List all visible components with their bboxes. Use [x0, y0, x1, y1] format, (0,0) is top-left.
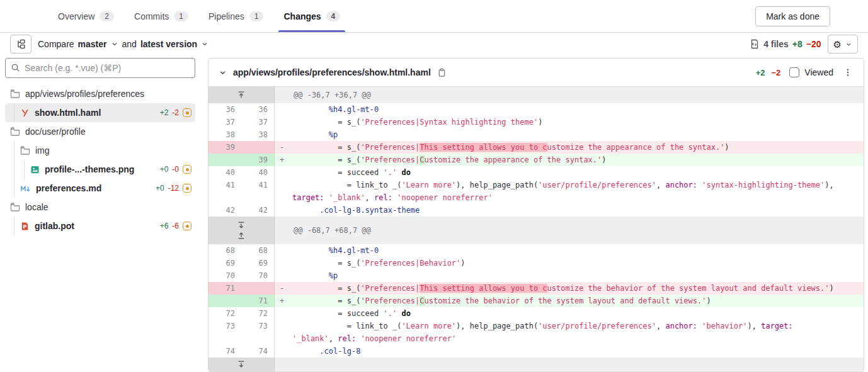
new-line-number[interactable]: 68	[241, 244, 274, 257]
old-line-number[interactable]: 37	[208, 116, 241, 128]
added-count: +0	[156, 184, 164, 193]
old-line-number[interactable]: 74	[208, 345, 241, 358]
collapse-file-chevron-down-icon[interactable]	[219, 69, 227, 77]
modified-badge-icon	[183, 222, 191, 230]
tab-label: Pipelines	[208, 11, 244, 21]
code-text: = s_('Preferences|Behavior')	[292, 257, 465, 269]
new-line-number[interactable]: 38	[241, 128, 274, 141]
old-line-number[interactable]: 42	[208, 204, 241, 217]
tab-count-badge: 4	[326, 11, 341, 21]
tree-folder-doc-user-profile[interactable]: doc/user/profile	[5, 122, 195, 141]
lines-added-count: +8	[792, 39, 802, 49]
file-change-stats: +0-0	[160, 165, 191, 174]
tab-commits[interactable]: Commits1	[127, 0, 196, 32]
diff-gutter: 39	[208, 141, 275, 154]
folder-icon	[20, 145, 30, 155]
file-options-kebab-icon[interactable]	[842, 67, 854, 77]
tab-overview[interactable]: Overview2	[50, 0, 122, 32]
diff-line-row: 39- = s_('Preferences|This setting allow…	[208, 141, 864, 154]
code-text: = s_('Preferences|This setting allows yo…	[292, 141, 729, 154]
tab-label: Changes	[283, 11, 321, 21]
file-tree-icon	[16, 39, 26, 49]
line-type-marker	[280, 103, 292, 116]
mr-tab-bar: Overview2Commits1Pipelines1Changes4 Mark…	[0, 0, 868, 33]
mark-as-done-button[interactable]: Mark as done	[755, 6, 830, 26]
new-line-number[interactable]: 74	[241, 345, 274, 358]
old-line-number[interactable]: 69	[208, 257, 241, 269]
copy-path-icon[interactable]	[437, 68, 447, 77]
viewed-toggle[interactable]: Viewed	[789, 67, 833, 77]
tree-file-gitlab-pot[interactable]: Pgitlab.pot+6-6	[5, 217, 195, 235]
line-type-marker	[280, 257, 292, 269]
removed-count: -6	[172, 222, 179, 230]
new-line-number[interactable]: 41	[241, 179, 274, 204]
old-line-number[interactable]: 71	[208, 282, 241, 295]
diff-gutter: 3737	[208, 116, 275, 128]
old-line-number[interactable]	[208, 295, 241, 307]
new-line-number[interactable]: 71	[241, 295, 274, 307]
tab-label: Overview	[58, 11, 94, 21]
tree-folder-img[interactable]: img	[5, 141, 195, 160]
new-line-number[interactable]: 37	[241, 116, 274, 128]
new-line-number[interactable]: 73	[241, 320, 274, 345]
old-line-number[interactable]: 36	[208, 103, 241, 116]
new-line-number[interactable]: 72	[241, 307, 274, 320]
diff-line-row: 3737 = s_('Preferences|Syntax highlighti…	[208, 116, 864, 128]
diff-gutter	[208, 87, 275, 103]
file-search-input[interactable]	[5, 58, 195, 78]
code-text: %p	[292, 128, 338, 141]
new-line-number[interactable]: 42	[241, 204, 274, 217]
tree-file-show-html-haml[interactable]: show.html.haml+2-2	[5, 103, 195, 122]
diff-settings-button[interactable]: ⚙	[828, 35, 858, 54]
old-line-number[interactable]: 39	[208, 141, 241, 154]
new-line-number[interactable]: 70	[241, 269, 274, 282]
code-text: = s_('Preferences|Syntax highlighting th…	[292, 116, 542, 128]
code-line	[275, 358, 864, 371]
diff-line-row: 7373 = link_to _('Learn more'), help_pag…	[208, 320, 864, 345]
code-text: %h4.gl-mt-0	[292, 103, 379, 116]
removed-count: -0	[172, 165, 179, 174]
old-line-number[interactable]: 68	[208, 244, 241, 257]
new-line-number[interactable]	[241, 141, 274, 154]
source-branch-dropdown[interactable]: master	[78, 39, 107, 49]
new-line-number[interactable]: 36	[241, 103, 274, 116]
gear-icon: ⚙	[833, 40, 842, 49]
new-line-number[interactable]	[241, 282, 274, 295]
old-line-number[interactable]: 41	[208, 179, 241, 204]
search-icon	[11, 63, 20, 72]
file-path[interactable]: app/views/profiles/preferences/show.html…	[233, 67, 431, 77]
old-line-number[interactable]: 70	[208, 269, 241, 282]
old-line-number[interactable]	[208, 154, 241, 166]
old-line-number[interactable]: 73	[208, 320, 241, 345]
target-version-dropdown[interactable]: latest version	[140, 39, 197, 49]
code-text: = s_('Preferences|This setting allows yo…	[292, 282, 834, 295]
viewed-checkbox[interactable]	[789, 67, 799, 77]
new-line-number[interactable]: 39	[241, 154, 274, 166]
tab-changes[interactable]: Changes4	[276, 0, 348, 32]
tree-folder-app-views-profiles-preferences[interactable]: app/views/profiles/preferences	[5, 84, 195, 103]
line-type-marker: +	[280, 154, 292, 166]
tab-pipelines[interactable]: Pipelines1	[201, 0, 271, 32]
expand-up-icon[interactable]	[237, 231, 246, 240]
new-line-number[interactable]: 40	[241, 166, 274, 179]
expand-up-icon[interactable]	[237, 91, 246, 99]
tree-indent-guide	[14, 160, 14, 179]
diff-gutter: 7070	[208, 269, 275, 282]
diff-gutter: 6868	[208, 244, 275, 257]
compare-label: Compare	[38, 39, 74, 49]
tree-folder-locale[interactable]: locale	[5, 198, 195, 217]
new-line-number[interactable]: 69	[241, 257, 274, 269]
hunk-expander-row: @@ -68,7 +68,7 @@	[208, 217, 864, 244]
code-line: .col-lg-8	[275, 345, 864, 358]
old-line-number[interactable]: 40	[208, 166, 241, 179]
code-text: = link_to _('Learn more'), help_page_pat…	[292, 179, 838, 204]
old-line-number[interactable]: 38	[208, 128, 241, 141]
tree-file-preferences-md[interactable]: preferences.md+0-12	[5, 179, 195, 198]
folder-name: locale	[25, 202, 49, 212]
expand-down-icon[interactable]	[237, 360, 246, 369]
old-line-number[interactable]: 72	[208, 307, 241, 320]
expand-down-icon[interactable]	[237, 221, 246, 230]
code-line: @@ -36,7 +36,7 @@	[275, 87, 864, 103]
tree-file-profile-themes-png[interactable]: profile-...-themes.png+0-0	[5, 160, 195, 179]
file-tree-toggle-button[interactable]	[10, 35, 31, 54]
